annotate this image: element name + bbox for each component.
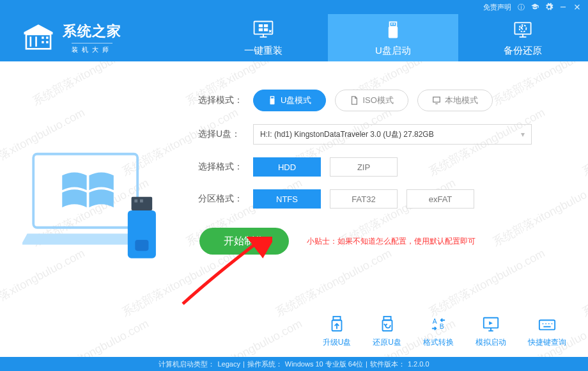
brand-logo-icon <box>22 23 55 52</box>
svg-rect-28 <box>140 200 143 203</box>
usb-select[interactable]: H:I: (hd1) KingstonDataTraveler 3.0 (U盘)… <box>253 124 532 145</box>
svg-rect-30 <box>135 240 148 251</box>
tab-usb-boot[interactable]: U盘启动 <box>328 14 458 61</box>
svg-text:B: B <box>440 323 444 330</box>
svg-rect-31 <box>270 97 274 99</box>
svg-rect-19 <box>394 23 395 25</box>
brand: 系统之家 装机大师 <box>0 22 198 54</box>
svg-point-48 <box>552 323 553 324</box>
illustration <box>0 61 192 357</box>
usb-select-value: H:I: (hd1) KingstonDataTraveler 3.0 (U盘)… <box>260 129 434 140</box>
start-button[interactable]: 开始制作 <box>199 228 289 255</box>
tip: 小贴士：如果不知道怎么配置，使用默认配置即可 <box>307 236 476 247</box>
svg-point-46 <box>545 323 546 324</box>
usb-label: 选择U盘： <box>198 129 253 140</box>
svg-rect-32 <box>270 99 275 104</box>
minimize-icon[interactable] <box>559 3 568 12</box>
restore-icon <box>511 19 534 41</box>
fs-fat32[interactable]: FAT32 <box>330 189 398 209</box>
status-boot: Legacy <box>217 360 240 368</box>
svg-rect-29 <box>128 210 156 258</box>
settings-icon[interactable] <box>545 3 553 12</box>
tab-backup[interactable]: 备份还原 <box>458 14 588 61</box>
tip-text: 如果不知道怎么配置，使用默认配置即可 <box>337 237 476 246</box>
tool-simulate[interactable]: 模拟启动 <box>476 315 506 348</box>
usb-restore-icon <box>378 315 397 333</box>
fs-ntfs[interactable]: NTFS <box>253 189 321 209</box>
config-panel: 选择模式： U盘模式 ISO模式 本地模式 选择U盘： H:I: (hd1) K… <box>192 61 588 357</box>
mode-label: 选择模式： <box>198 95 253 106</box>
statusbar: 计算机启动类型： Legacy | 操作系统： Windows 10 专业版 6… <box>0 357 588 371</box>
svg-rect-33 <box>433 97 440 102</box>
tool-strip: 升级U盘 还原U盘 AB 格式转换 模拟启动 快捷键查询 <box>323 315 566 348</box>
svg-rect-25 <box>33 154 137 228</box>
svg-rect-15 <box>258 28 262 31</box>
status-os: Windows 10 专业版 64位 <box>285 359 363 369</box>
titlebar: 免责声明 ⓘ <box>0 0 588 14</box>
monitor-small-icon <box>432 96 441 105</box>
status-ver: 1.2.0.0 <box>408 360 429 368</box>
svg-rect-13 <box>258 24 262 28</box>
svg-rect-8 <box>42 41 43 43</box>
header: 免责声明 ⓘ <box>0 0 588 61</box>
mode-iso[interactable]: ISO模式 <box>335 90 408 111</box>
svg-rect-26 <box>132 197 153 210</box>
close-icon[interactable] <box>573 3 582 12</box>
format-zip[interactable]: ZIP <box>330 157 398 177</box>
info-icon: ⓘ <box>516 3 525 12</box>
tab-label: 一键重装 <box>244 45 282 57</box>
svg-point-45 <box>543 323 544 324</box>
tab-label: U盘启动 <box>375 45 411 57</box>
brand-subtitle: 装机大师 <box>72 43 112 54</box>
svg-rect-27 <box>134 200 137 203</box>
graduation-icon[interactable] <box>530 3 539 12</box>
fs-label: 分区格式： <box>198 193 253 205</box>
keyboard-icon <box>538 315 557 333</box>
monitor-icon <box>252 19 275 41</box>
svg-rect-17 <box>390 22 397 26</box>
svg-rect-14 <box>264 24 268 28</box>
convert-icon: AB <box>429 315 448 333</box>
chevron-down-icon: ▾ <box>521 130 525 139</box>
tool-convert[interactable]: AB 格式转换 <box>423 315 454 348</box>
svg-rect-7 <box>46 36 48 38</box>
usb-icon <box>382 19 405 41</box>
svg-rect-18 <box>391 23 392 25</box>
tip-label: 小贴士： <box>307 237 337 246</box>
svg-text:A: A <box>433 318 437 325</box>
svg-rect-16 <box>264 28 268 31</box>
tool-restore-usb[interactable]: 还原U盘 <box>373 315 401 348</box>
status-boot-label: 计算机启动类型： <box>159 359 215 369</box>
svg-point-47 <box>548 323 550 324</box>
tool-upgrade-usb[interactable]: 升级U盘 <box>323 315 352 348</box>
brand-title: 系统之家 <box>63 22 121 41</box>
svg-rect-6 <box>42 36 43 38</box>
disclaimer-link[interactable]: 免责声明 <box>483 3 511 12</box>
format-label: 选择格式： <box>198 161 253 173</box>
tool-hotkey[interactable]: 快捷键查询 <box>528 315 566 348</box>
tab-reinstall[interactable]: 一键重装 <box>198 14 328 61</box>
topnav: 系统之家 装机大师 一键重装 <box>0 14 588 61</box>
status-os-label: 操作系统： <box>247 359 282 369</box>
status-ver-label: 软件版本： <box>370 359 405 369</box>
fs-exfat[interactable]: exFAT <box>406 189 474 209</box>
usb-up-icon <box>327 315 346 333</box>
tab-label: 备份还原 <box>504 45 542 57</box>
file-icon <box>350 96 359 105</box>
simulate-icon <box>481 315 500 333</box>
mode-usb[interactable]: U盘模式 <box>253 90 326 111</box>
format-hdd[interactable]: HDD <box>253 157 321 177</box>
usb-small-icon <box>268 96 277 105</box>
mode-local[interactable]: 本地模式 <box>417 90 493 111</box>
svg-rect-20 <box>389 26 398 38</box>
svg-rect-44 <box>539 320 555 329</box>
svg-rect-9 <box>46 41 48 43</box>
svg-point-24 <box>520 24 527 31</box>
